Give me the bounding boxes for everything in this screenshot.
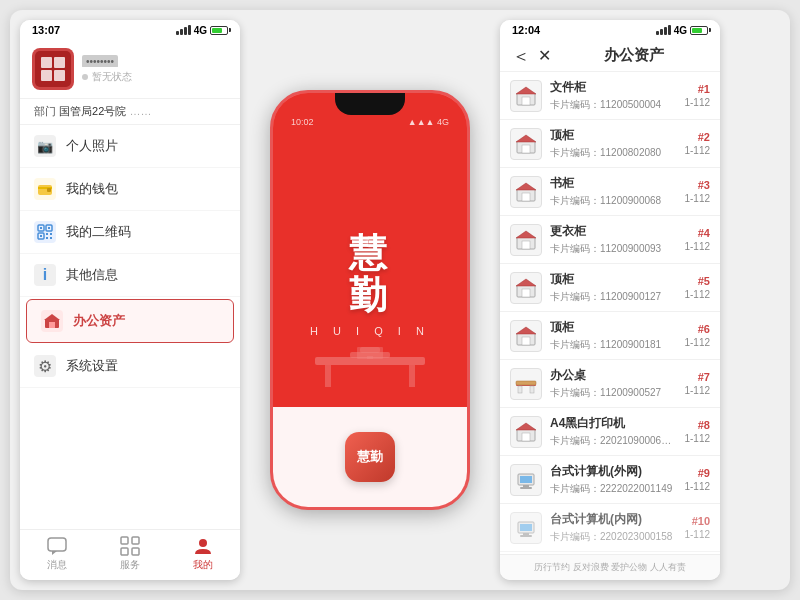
profile-header: •••••••• 暂无状态 [20,40,240,99]
menu-item-qrcode[interactable]: 我的二维码 [20,211,240,254]
asset-name-7: 办公桌 [550,367,676,384]
asset-code-1: 卡片编码：11200500004 [550,98,676,112]
svg-rect-28 [367,356,373,359]
tab-messages[interactable]: 消息 [20,536,93,572]
tab-services[interactable]: 服务 [93,536,166,572]
app-icon-button[interactable]: 慧勤 [345,432,395,482]
avatar-inner [35,51,71,87]
phone-bottom-area: 慧勤 [273,407,467,507]
svg-rect-8 [40,235,42,237]
svg-rect-17 [121,537,128,544]
back-button[interactable]: ＜ [512,47,530,65]
close-button[interactable]: ✕ [538,48,551,64]
power-button [467,183,470,218]
asset-info-2: 顶柜 卡片编码：11200802080 [550,127,676,160]
svg-rect-16 [48,538,66,551]
svg-rect-55 [520,476,532,483]
right-signal-bars [656,25,671,35]
status-dot [82,74,88,80]
svg-rect-18 [132,537,139,544]
asset-num-5: #5 [698,275,710,287]
app-title-en: H U I Q I N [310,325,430,337]
asset-meta-2: #2 1-112 [684,131,710,156]
middle-phone-outer: 10:02 ▲▲▲ 4G 慧 勤 H U I Q I N [270,90,470,510]
app-title-line2: 勤 [349,275,391,317]
svg-rect-53 [522,433,530,441]
menu-label-info: 其他信息 [66,266,118,284]
svg-rect-37 [522,193,530,201]
asset-item-4[interactable]: 更衣柜 卡片编码：11200900093 #4 1-112 [500,216,720,264]
asset-num-8: #8 [698,419,710,431]
asset-icon-5 [510,272,542,304]
asset-meta-3: #3 1-112 [684,179,710,204]
asset-item-10[interactable]: 台式计算机(内网) 卡片编码：2202023000158 #10 1-112 [500,504,720,552]
asset-meta-5: #5 1-112 [684,275,710,300]
menu-label-qrcode: 我的二维码 [66,223,131,241]
menu-list: 📷 个人照片 我的钱包 我的二维码 i 其他信息 [20,125,240,529]
asset-item-9[interactable]: 台式计算机(外网) 卡片编码：2222022001149 #9 1-112 [500,456,720,504]
left-time: 13:07 [32,24,60,36]
svg-rect-49 [530,386,534,393]
asset-range-9: 1-112 [684,481,710,492]
svg-marker-39 [516,231,536,238]
app-logo-area: 慧 勤 H U I Q I N [310,233,430,337]
svg-rect-31 [522,97,530,105]
app-icon-text: 慧勤 [357,448,383,466]
asset-item-8[interactable]: A4黑白打印机 卡片编码：22021090006659 #8 1-112 [500,408,720,456]
svg-rect-19 [121,548,128,555]
asset-icon-9 [510,464,542,496]
main-container: 13:07 4G [10,10,790,590]
asset-item-2[interactable]: 顶柜 卡片编码：11200802080 #2 1-112 [500,120,720,168]
asset-code-2: 卡片编码：11200802080 [550,146,676,160]
asset-num-1: #1 [698,83,710,95]
services-icon [119,536,141,556]
asset-info-7: 办公桌 卡片编码：11200900527 [550,367,676,400]
svg-rect-43 [522,289,530,297]
asset-name-3: 书柜 [550,175,676,192]
asset-name-4: 更衣柜 [550,223,676,240]
svg-marker-42 [516,279,536,286]
asset-info-4: 更衣柜 卡片编码：11200900093 [550,223,676,256]
asset-item-6[interactable]: 顶柜 卡片编码：11200900181 #6 1-112 [500,312,720,360]
menu-item-photo[interactable]: 📷 个人照片 [20,125,240,168]
asset-icon-3 [510,176,542,208]
asset-name-9: 台式计算机(外网) [550,463,676,480]
asset-list: 文件柜 卡片编码：11200500004 #1 1-112 顶柜 卡片编码：11… [500,72,720,554]
asset-meta-7: #7 1-112 [684,371,710,396]
asset-item-5[interactable]: 顶柜 卡片编码：11200900127 #5 1-112 [500,264,720,312]
messages-icon [46,536,68,556]
tab-profile[interactable]: 我的 [167,536,240,572]
right-status-right: 4G [656,25,708,36]
asset-code-6: 卡片编码：11200900181 [550,338,676,352]
asset-item-1[interactable]: 文件柜 卡片编码：11200500004 #1 1-112 [500,72,720,120]
dept-row: 部门 国管局22号院 …… [20,99,240,125]
asset-range-7: 1-112 [684,385,710,396]
asset-icon-10 [510,512,542,544]
svg-point-21 [199,539,207,547]
asset-num-2: #2 [698,131,710,143]
asset-icon-2 [510,128,542,160]
nav-title: 办公资产 [559,46,708,65]
asset-num-6: #6 [698,323,710,335]
asset-code-5: 卡片编码：11200900127 [550,290,676,304]
asset-info-10: 台式计算机(内网) 卡片编码：2202023000158 [550,511,676,544]
phone-notch [335,93,405,115]
asset-range-8: 1-112 [684,433,710,444]
asset-item-7[interactable]: 办公桌 卡片编码：11200900527 #7 1-112 [500,360,720,408]
svg-marker-30 [516,87,536,94]
menu-item-settings[interactable]: ⚙ 系统设置 [20,345,240,388]
svg-rect-40 [522,241,530,249]
menu-item-wallet[interactable]: 我的钱包 [20,168,240,211]
menu-item-assets[interactable]: 办公资产 [26,299,234,343]
left-phone: 13:07 4G [20,20,240,580]
menu-item-info[interactable]: i 其他信息 [20,254,240,297]
asset-item-3[interactable]: 书柜 卡片编码：11200900068 #3 1-112 [500,168,720,216]
svg-rect-24 [409,365,415,387]
svg-rect-48 [518,386,522,393]
svg-rect-12 [50,237,52,239]
right-battery [690,26,708,35]
asset-meta-6: #6 1-112 [684,323,710,348]
asset-meta-1: #1 1-112 [684,83,710,108]
desk-illustration [305,342,435,397]
svg-rect-59 [520,524,532,531]
